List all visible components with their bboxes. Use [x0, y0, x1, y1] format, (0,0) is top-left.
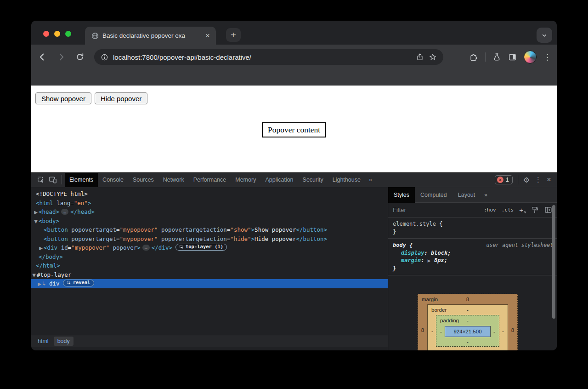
devtools-tab-console[interactable]: Console — [98, 173, 128, 187]
devtools-close-icon[interactable]: × — [547, 175, 551, 184]
box-padding[interactable]: padding - - 924×21.500 - - — [436, 315, 499, 347]
devtools-settings-gear-icon[interactable]: ⚙ — [523, 176, 530, 184]
dom-tree-row[interactable]: ▶<head>…</head> — [31, 207, 388, 217]
toggle-pseudo-state-button[interactable]: :hov — [484, 207, 496, 213]
show-popover-button[interactable]: Show popover — [35, 92, 91, 104]
error-icon: × — [497, 177, 503, 183]
breadcrumb-html[interactable]: html — [34, 337, 52, 346]
style-rule-body[interactable]: body {user agent stylesheetdisplay: bloc… — [388, 239, 557, 275]
devtools-tab-elements[interactable]: Elements — [65, 173, 98, 187]
devtools-tab-lighthouse[interactable]: Lighthouse — [328, 173, 365, 187]
box-model-diagram[interactable]: margin 8 8 border - - — [418, 294, 518, 350]
toolbar-divider — [485, 52, 486, 62]
box-margin[interactable]: margin 8 8 border - - — [418, 294, 518, 350]
profile-avatar[interactable] — [524, 51, 537, 63]
back-button[interactable] — [36, 51, 49, 63]
adorner-badge[interactable]: reveal — [63, 280, 94, 286]
close-window-button[interactable] — [43, 31, 49, 37]
box-margin-left-value[interactable]: 8 — [418, 327, 427, 333]
sidebar-toggle-icon[interactable] — [544, 206, 552, 214]
collapse-arrow-icon[interactable]: ▼ — [31, 271, 37, 280]
bookmark-star-icon[interactable] — [429, 53, 437, 61]
adorner-badge[interactable]: top-layer (1) — [175, 244, 227, 251]
dom-tree-row[interactable]: ▼#top-layer — [31, 270, 388, 280]
tab-close-icon[interactable]: × — [204, 32, 211, 40]
inspect-element-icon[interactable] — [35, 174, 47, 186]
new-tab-button[interactable]: + — [226, 28, 241, 42]
box-padding-left-value[interactable]: - — [437, 329, 445, 334]
box-border-left-value[interactable]: - — [429, 328, 436, 334]
styles-scrollbar[interactable] — [552, 205, 555, 319]
web-page: Show popover Hide popover Popover conten… — [31, 86, 557, 172]
devtools-tab-memory[interactable]: Memory — [231, 173, 260, 187]
box-padding-bottom-value[interactable]: - — [436, 338, 499, 346]
box-border-right-value[interactable]: - — [499, 328, 507, 334]
experiments-flask-icon[interactable] — [492, 53, 501, 62]
device-toolbar-icon[interactable] — [47, 174, 59, 186]
dom-tree-row[interactable]: <html lang="en"> — [31, 199, 388, 208]
new-style-rule-button[interactable]: + — [519, 206, 526, 214]
devtools-tab-sources[interactable]: Sources — [128, 173, 158, 187]
dom-tree-row[interactable]: ▼<body> — [31, 217, 388, 226]
expand-arrow-icon[interactable]: ▶ — [37, 280, 42, 289]
box-content[interactable]: 924×21.500 — [445, 326, 491, 337]
dom-tree-row[interactable]: </body> — [31, 252, 388, 262]
styles-filter-input[interactable]: Filter — [393, 206, 478, 213]
dom-tree-row[interactable]: <!DOCTYPE html> — [31, 189, 388, 199]
box-border[interactable]: border - - padding - — [427, 304, 508, 350]
inspect-badge-icon — [179, 245, 184, 249]
devtools-tab-network[interactable]: Network — [158, 173, 189, 187]
ellipsis-expand-icon[interactable]: … — [61, 209, 68, 215]
browser-toolbar: localhost:7800/popover-api/basic-declara… — [31, 45, 557, 86]
browser-tab[interactable]: Basic declarative popover exa × — [85, 27, 216, 45]
css-property[interactable]: display: block; — [393, 249, 553, 257]
rendering-brush-icon[interactable] — [531, 206, 539, 214]
box-margin-right-value[interactable]: 8 — [508, 327, 517, 333]
style-rules: element.style {}body {user agent stylesh… — [388, 217, 557, 275]
box-border-bottom-value[interactable]: - — [428, 347, 508, 350]
styles-tab-computed[interactable]: Computed — [415, 187, 452, 203]
reload-button[interactable] — [74, 51, 86, 63]
tab-title: Basic declarative popover exa — [102, 32, 200, 39]
forward-button[interactable] — [55, 51, 68, 63]
toggle-class-button[interactable]: .cls — [502, 207, 514, 213]
url-text[interactable]: localhost:7800/popover-api/basic-declara… — [113, 53, 411, 61]
breadcrumb-body[interactable]: body — [54, 337, 74, 346]
style-rule-element-style[interactable]: element.style {} — [388, 217, 557, 239]
styles-tab-layout[interactable]: Layout — [452, 187, 481, 203]
box-padding-right-value[interactable]: - — [491, 329, 498, 334]
tab-search-button[interactable] — [537, 28, 552, 43]
dom-tree-row[interactable]: <button popovertarget="mypopover" popove… — [31, 235, 388, 244]
more-tabs-icon[interactable]: » — [365, 177, 376, 183]
devtools-menu-kebab-icon[interactable]: ⋮ — [535, 176, 542, 184]
maximize-window-button[interactable] — [65, 31, 71, 37]
extensions-icon[interactable] — [469, 52, 478, 62]
css-property[interactable]: margin: ▶ 8px; — [393, 257, 553, 265]
devtools-tab-security[interactable]: Security — [298, 173, 328, 187]
collapse-arrow-icon[interactable]: ▼ — [33, 217, 39, 226]
styles-more-tabs-icon[interactable]: » — [481, 192, 491, 198]
ellipsis-expand-icon[interactable]: … — [142, 245, 150, 251]
error-badge[interactable]: × 1 — [495, 175, 513, 184]
side-panel-icon[interactable] — [508, 53, 517, 62]
address-bar[interactable]: localhost:7800/popover-api/basic-declara… — [94, 49, 443, 65]
error-count: 1 — [506, 177, 509, 183]
browser-menu-kebab-icon[interactable]: ⋮ — [543, 52, 551, 62]
devtools-tab-application[interactable]: Application — [260, 173, 298, 187]
toolbar-right-icons: ⋮ — [469, 51, 551, 63]
hide-popover-button[interactable]: Hide popover — [95, 92, 147, 104]
minimize-window-button[interactable] — [54, 31, 60, 37]
box-padding-label: padding — [440, 318, 459, 323]
site-info-icon[interactable] — [101, 53, 108, 61]
dom-tree-row[interactable]: </html> — [31, 261, 388, 270]
dom-tree-row[interactable]: ▶<div id="mypopover" popover>…</div>top-… — [31, 243, 388, 252]
devtools-tab-performance[interactable]: Performance — [189, 173, 231, 187]
dom-tree-row[interactable]: <button popovertarget="mypopover" popove… — [31, 225, 388, 235]
expand-arrow-icon[interactable]: ▶ — [38, 244, 44, 253]
styles-tab-styles[interactable]: Styles — [388, 187, 415, 203]
share-icon[interactable] — [416, 53, 424, 61]
dom-tree-row-selected[interactable]: ▶↳ divreveal — [31, 279, 388, 288]
expand-arrow-icon[interactable]: ▶ — [33, 208, 39, 217]
tab-strip: Basic declarative popover exa × + — [31, 21, 557, 45]
devtools-bar-right: × 1 ⚙ ⋮ × — [495, 175, 557, 184]
